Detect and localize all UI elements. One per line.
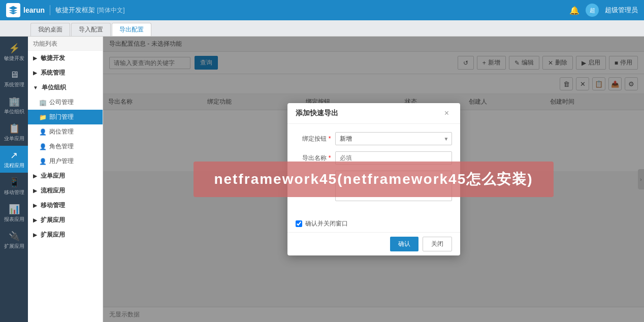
system-icon: 🖥	[10, 70, 19, 80]
menu-label-company: 公司管理	[49, 98, 74, 107]
sidebar-label-org: 单位组织	[4, 109, 24, 115]
arrow-extend1: ▶	[33, 217, 37, 223]
modal-body: 绑定按钮 * 新增 编辑 删除 ▼	[287, 124, 460, 215]
header-lang: [简体中文]	[97, 6, 125, 15]
avatar: 超	[586, 4, 599, 17]
modal-dialog: 添加快速导出 × 绑定按钮 * 新增 编辑	[287, 103, 460, 255]
menu-label-flow: 流程应用	[41, 186, 65, 195]
content-area: 导出配置信息 - 未选择功能 查询 ↺ + 新增 ✎ 编辑 ✕ 删除 ▶ 启用 …	[103, 37, 644, 322]
menu-item-dept[interactable]: 📁 部门管理	[28, 110, 103, 124]
tab-export[interactable]: 导出配置	[112, 23, 151, 36]
menu-item-mobile2[interactable]: ▶ 移动管理	[28, 198, 103, 213]
sidebar: ⚡ 敏捷开发 🖥 系统管理 🏢 单位组织 📋 业单应用 ↗ 流程应用 📱 移动管…	[0, 37, 28, 322]
menu-label-role: 角色管理	[49, 142, 74, 151]
modal-cancel-button[interactable]: 关闭	[423, 237, 452, 251]
mobile-icon: 📱	[9, 177, 20, 188]
sidebar-item-extend[interactable]: 🔌 扩展应用	[0, 227, 28, 253]
tab-import[interactable]: 导入配置	[71, 23, 111, 36]
sidebar-item-system[interactable]: 🖥 系统管理	[0, 66, 28, 92]
arrow-system: ▶	[33, 70, 37, 76]
menu-item-role[interactable]: 👤 角色管理	[28, 139, 103, 154]
menu-label-forms: 业单应用	[41, 172, 65, 180]
label-export-name: 导出名称 *	[296, 154, 331, 163]
sidebar-label-extend: 扩展应用	[4, 243, 24, 249]
company-icon: 🏢	[39, 99, 47, 106]
arrow-forms: ▶	[33, 173, 37, 179]
agile-icon: ⚡	[9, 43, 20, 54]
avatar-text: 超	[590, 7, 595, 14]
form-icon: 📋	[9, 123, 20, 134]
menu-item-post[interactable]: 👤 岗位管理	[28, 124, 103, 139]
arrow-mobile2: ▶	[33, 203, 37, 208]
sidebar-item-mobile[interactable]: 📱 移动管理	[0, 173, 28, 200]
username-label[interactable]: 超级管理员	[605, 6, 638, 15]
arrow-extend2: ▶	[33, 232, 37, 238]
arrow-flow: ▶	[33, 188, 37, 194]
menu-label-org: 单位组织	[42, 83, 66, 92]
sidebar-item-report[interactable]: 📊 报表应用	[0, 200, 28, 227]
sidebar-label-mobile: 移动管理	[4, 189, 24, 196]
main-layout: ⚡ 敏捷开发 🖥 系统管理 🏢 单位组织 📋 业单应用 ↗ 流程应用 📱 移动管…	[0, 37, 644, 322]
menu-item-forms[interactable]: ▶ 业单应用	[28, 169, 103, 183]
menu-label-system: 系统管理	[41, 69, 65, 77]
user-icon: 👤	[39, 158, 47, 165]
form-row-export-name: 导出名称 *	[296, 151, 452, 165]
sidebar-item-org[interactable]: 🏢 单位组织	[0, 92, 28, 119]
required-mark-2: *	[329, 154, 331, 162]
tab-desktop[interactable]: 我的桌面	[30, 23, 70, 36]
menu-item-extend2[interactable]: ▶ 扩展应用	[28, 228, 103, 242]
menu-label-dept: 部门管理	[49, 113, 74, 121]
menu-label-post: 岗位管理	[49, 127, 74, 136]
logo-icon	[6, 3, 20, 17]
modal-close-button[interactable]: ×	[442, 108, 452, 118]
header-title: 敏捷开发框架	[55, 6, 95, 15]
workflow-icon: ↗	[10, 150, 18, 161]
menu-item-system[interactable]: ▶ 系统管理	[28, 66, 103, 80]
logo-text: learun	[23, 6, 45, 14]
modal-confirm-button[interactable]: 确认	[390, 237, 418, 251]
modal-overlay: 添加快速导出 × 绑定按钮 * 新增 编辑	[103, 37, 644, 322]
sidebar-item-agile[interactable]: ⚡ 敏捷开发	[0, 39, 28, 66]
form-row-bind-btn: 绑定按钮 * 新增 编辑 删除 ▼	[296, 132, 452, 145]
dept-icon: 📁	[39, 114, 47, 121]
form-row-textarea	[296, 171, 452, 201]
menu-item-user[interactable]: 👤 用户管理	[28, 154, 103, 169]
menu-item-org[interactable]: ▼ 单位组织	[28, 80, 103, 95]
report-icon: 📊	[9, 204, 20, 215]
menu-item-flow[interactable]: ▶ 流程应用	[28, 183, 103, 198]
menu-item-company[interactable]: 🏢 公司管理	[28, 95, 103, 110]
bind-btn-select[interactable]: 新增 编辑 删除	[335, 132, 452, 145]
menu-item-agile[interactable]: ▶ 敏捷开发	[28, 51, 103, 66]
confirm-close-label: 确认并关闭窗口	[305, 219, 348, 228]
menu-label-user: 用户管理	[49, 157, 74, 166]
menu-label-extend1: 扩展应用	[41, 216, 65, 224]
modal-textarea[interactable]	[335, 171, 452, 201]
post-icon: 👤	[39, 128, 47, 136]
nav-tabs: 我的桌面 导入配置 导出配置	[0, 20, 644, 37]
header: learun 敏捷开发框架 [简体中文] 🔔 超 超级管理员	[0, 0, 644, 20]
label-bind-btn: 绑定按钮 *	[296, 135, 331, 143]
sidebar-item-form[interactable]: 📋 业单应用	[0, 119, 28, 146]
required-mark-1: *	[329, 135, 331, 142]
bell-icon[interactable]: 🔔	[569, 6, 579, 15]
role-icon: 👤	[39, 143, 47, 150]
select-wrapper-bind-btn: 新增 编辑 删除 ▼	[335, 132, 452, 145]
modal-header: 添加快速导出 ×	[287, 103, 460, 124]
menu-label-agile: 敏捷开发	[41, 54, 65, 62]
logo: learun	[6, 3, 45, 17]
modal-checkbox-row: 确认并关闭窗口	[287, 215, 460, 232]
export-name-input[interactable]	[335, 151, 452, 165]
extend-icon: 🔌	[9, 231, 20, 242]
sidebar-item-workflow[interactable]: ↗ 流程应用	[0, 146, 28, 173]
header-divider	[50, 5, 50, 15]
menu-label-mobile2: 移动管理	[41, 201, 65, 210]
sidebar-label-report: 报表应用	[4, 216, 24, 222]
sidebar-label-form: 业单应用	[4, 136, 24, 142]
header-right: 🔔 超 超级管理员	[569, 4, 638, 17]
arrow-org: ▼	[33, 85, 38, 90]
sidebar-label-agile: 敏捷开发	[4, 55, 24, 61]
arrow-agile: ▶	[33, 55, 37, 61]
confirm-close-checkbox[interactable]	[296, 220, 302, 227]
menu-section-title: 功能列表	[28, 37, 103, 51]
menu-item-extend1[interactable]: ▶ 扩展应用	[28, 213, 103, 228]
